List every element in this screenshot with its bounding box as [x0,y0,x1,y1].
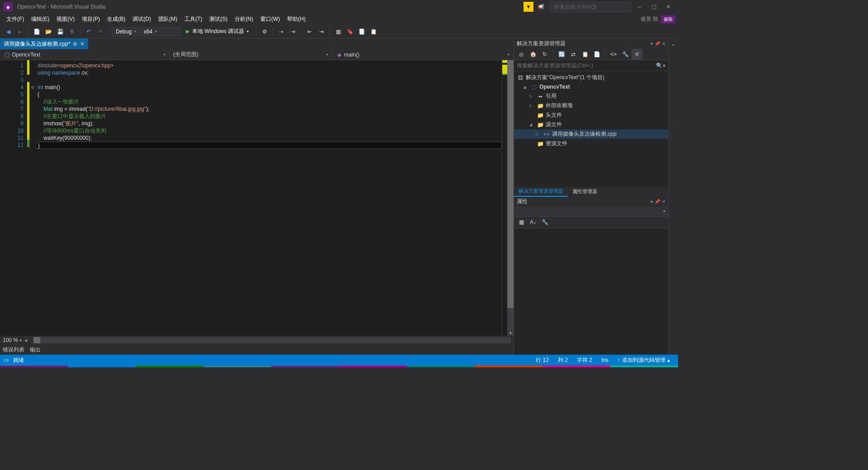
properties-grid[interactable] [514,228,668,355]
wrench-icon[interactable]: 🔧 [539,217,550,228]
status-ins[interactable]: Ins [597,357,613,363]
home-icon[interactable]: 🏠 [528,49,538,60]
process-button[interactable]: ⚙ [259,26,270,37]
expand-icon[interactable]: ▷ [529,104,535,108]
alphabetical-icon[interactable]: A↓ [528,217,538,228]
panel-menu-icon[interactable]: ▾ [651,199,653,204]
split-button[interactable]: ▲ [507,329,514,336]
menu-window[interactable]: 窗口(W) [257,14,283,24]
dropdown-icon[interactable]: ▾ [663,209,665,214]
collapse-icon[interactable]: ⇄ [568,49,579,60]
comment-button[interactable]: ▦ [333,26,344,37]
menu-test[interactable]: 测试(S) [206,14,231,24]
fold-gutter[interactable]: ⊟ [29,60,36,336]
output-tab[interactable]: 输出 [30,345,41,355]
solution-search-input[interactable] [517,62,656,69]
menu-build[interactable]: 生成(B) [104,14,129,24]
tab-close-icon[interactable]: ✕ [80,41,85,47]
solution-explorer-tab[interactable]: 解决方案资源管理器 [514,186,568,197]
resources-node[interactable]: 📁 资源文件 [514,139,668,148]
status-line: 行 12 [531,356,553,364]
panel-close-icon[interactable]: ✕ [662,199,665,204]
menu-view[interactable]: 视图(V) [53,14,78,24]
vertical-scrollbar[interactable] [507,60,514,336]
menu-debug[interactable]: 调试(D) [129,14,155,24]
user-badge[interactable]: 俊陈 [661,15,675,24]
error-list-tab[interactable]: 错误列表 [3,345,24,355]
save-button[interactable]: 💾 [55,26,66,37]
project-node[interactable]: ◢ ⬚ OpencvText [514,82,668,91]
nav-scope-dropdown[interactable]: (全局范围) [170,50,332,59]
show-all-icon[interactable]: 📋 [580,49,590,60]
open-button[interactable]: 📂 [43,26,54,37]
refresh-icon[interactable]: 🔄 [556,49,567,60]
quick-launch-input[interactable]: 快速启动 (Ctrl+Q) [550,2,631,12]
menu-analyze[interactable]: 分析(N) [231,14,257,24]
maximize-icon[interactable]: ▢ [647,1,660,12]
feedback-icon[interactable]: 📢 [535,1,546,12]
pin-icon[interactable]: 📌 [655,199,660,204]
pin-icon[interactable]: 📌 [655,41,660,46]
code-editor[interactable]: #include<opencv2\opencv.hpp> using names… [36,60,502,336]
expand-icon[interactable]: ◢ [523,85,528,89]
horizontal-scrollbar[interactable] [33,337,511,343]
minimize-icon[interactable]: ─ [633,1,646,12]
bookmark-button[interactable]: 📑 [356,26,367,37]
collapse-icon[interactable]: ◂ [24,337,29,343]
zoom-dropdown[interactable]: 100 % [3,337,22,343]
step-button[interactable]: ⇢ [276,26,287,37]
file-tab[interactable]: 调用摄像头及边缘检测.cpp* ⊕ ✕ [0,38,88,49]
expand-icon[interactable]: ◢ [529,123,535,127]
references-node[interactable]: ▷ ▪▪ 引用 [514,91,668,101]
platform-dropdown[interactable]: x64 [140,27,180,36]
nav-member-dropdown[interactable]: ◈ main() [332,51,514,59]
back-button[interactable]: ◀ [3,26,14,37]
save-all-button[interactable]: ⎘ [66,26,77,37]
notification-badge[interactable]: ▼ [524,2,533,12]
pin-icon[interactable]: ⊕ [73,41,77,47]
indent-button[interactable]: ⇤ [304,26,315,37]
property-manager-tab[interactable]: 属性管理器 [568,187,602,196]
back-icon[interactable]: ◎ [516,49,527,60]
start-debug-button[interactable]: ▶本地 Windows 调试器 ▾ [181,26,253,37]
step2-button[interactable]: ⇥ [288,26,298,37]
menu-team[interactable]: 团队(M) [155,14,181,24]
user-name[interactable]: 俊英 陈 [641,15,658,23]
panel-close-icon[interactable]: ✕ [662,41,665,46]
close-icon[interactable]: ✕ [662,1,675,12]
headers-node[interactable]: 📁 头文件 [514,110,668,120]
undo-button[interactable]: ↶ [83,26,94,37]
properties-icon[interactable]: <> [608,49,619,60]
solution-tree[interactable]: ⚃ 解决方案"OpencvText"(1 个项目) ◢ ⬚ OpencvText… [514,71,668,187]
expand-icon[interactable]: ▷ [536,132,541,136]
categorized-icon[interactable]: ▦ [516,217,527,228]
external-deps-node[interactable]: ▷ 📁 外部依赖项 [514,101,668,110]
status-col: 列 2 [553,356,572,364]
preview-icon[interactable]: 📄 [591,49,602,60]
filter-icon[interactable]: ⚟ [632,49,642,60]
new-project-button[interactable]: 📄 [31,26,42,37]
wrench-icon[interactable]: 🔧 [620,49,631,60]
search-icon[interactable]: 🔍▾ [656,62,665,69]
bookmark2-button[interactable]: 📋 [368,26,379,37]
outdent-button[interactable]: ⇥ [316,26,327,37]
solution-root[interactable]: ⚃ 解决方案"OpencvText"(1 个项目) [514,73,668,82]
sync-icon[interactable]: ↻ [539,49,550,60]
status-scm[interactable]: ↑ 添加到源代码管理 ▴ [613,356,675,364]
menu-tools[interactable]: 工具(T) [181,14,206,24]
sources-node[interactable]: ◢ 📁 源文件 [514,120,668,129]
panel-menu-icon[interactable]: ▾ [651,41,653,46]
menu-file[interactable]: 文件(F) [3,14,28,24]
menu-help[interactable]: 帮助(H) [283,14,309,24]
uncomment-button[interactable]: 🔖 [344,26,355,37]
overview-ruler[interactable] [502,60,507,336]
source-file[interactable]: ▷ ++ 调用摄像头及边缘检测.cpp [514,129,668,139]
menu-project[interactable]: 项目(P) [78,14,104,24]
forward-button[interactable]: ▸ [14,26,25,37]
nav-project-dropdown[interactable]: ⬚ OpencvText [0,51,170,59]
expand-icon[interactable]: ▷ [529,94,535,98]
redo-button[interactable]: ↷ [95,26,106,37]
config-dropdown[interactable]: Debug [112,27,139,36]
sidebar-item[interactable]: ▫ [670,40,677,49]
menu-edit[interactable]: 编辑(E) [28,14,53,24]
